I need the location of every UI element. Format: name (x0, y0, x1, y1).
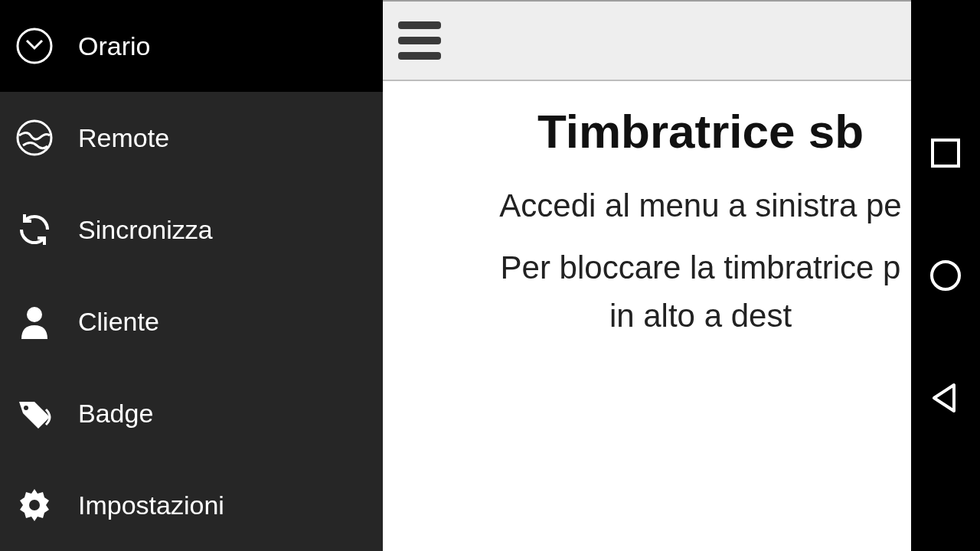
clock-icon (15, 27, 54, 65)
recent-apps-button[interactable] (924, 132, 967, 174)
tag-icon (15, 394, 54, 432)
topbar (383, 2, 911, 81)
home-button[interactable] (924, 254, 967, 297)
sidebar-drawer: Orario Remote Sincronizza (0, 0, 383, 551)
person-icon (15, 302, 54, 341)
main-content: Timbratrice sb Accedi al menu a sinistra… (383, 0, 911, 551)
svg-point-4 (29, 500, 40, 510)
hamburger-menu-button[interactable] (398, 18, 444, 64)
svg-point-3 (24, 406, 28, 410)
sidebar-item-cliente[interactable]: Cliente (0, 276, 383, 367)
page-title: Timbratrice sb (383, 104, 911, 158)
svg-rect-5 (933, 140, 959, 166)
svg-point-0 (18, 29, 51, 63)
sidebar-item-label: Impostazioni (78, 491, 224, 520)
svg-point-2 (27, 307, 42, 322)
content-body: Timbratrice sb Accedi al menu a sinistra… (383, 81, 911, 340)
instruction-line-1: Accedi al menu a sinistra pe (383, 181, 911, 230)
sidebar-item-orario[interactable]: Orario (0, 0, 383, 92)
svg-point-6 (932, 262, 959, 289)
sidebar-item-sincronizza[interactable]: Sincronizza (0, 184, 383, 276)
sidebar-item-label: Orario (78, 31, 150, 61)
instruction-line-2: Per bloccare la timbratrice p in alto a … (383, 243, 911, 340)
globe-icon (15, 119, 54, 157)
sync-icon (15, 210, 54, 249)
gear-icon (15, 486, 54, 524)
sidebar-item-label: Cliente (78, 307, 159, 337)
sidebar-item-label: Badge (78, 399, 153, 429)
system-nav-bar (911, 0, 980, 551)
sidebar-item-impostazioni[interactable]: Impostazioni (0, 459, 383, 551)
sidebar-item-label: Sincronizza (78, 215, 213, 245)
svg-marker-7 (934, 385, 954, 411)
sidebar-item-remote[interactable]: Remote (0, 92, 383, 184)
sidebar-item-label: Remote (78, 123, 169, 153)
back-button[interactable] (924, 377, 967, 419)
sidebar-item-badge[interactable]: Badge (0, 367, 383, 459)
